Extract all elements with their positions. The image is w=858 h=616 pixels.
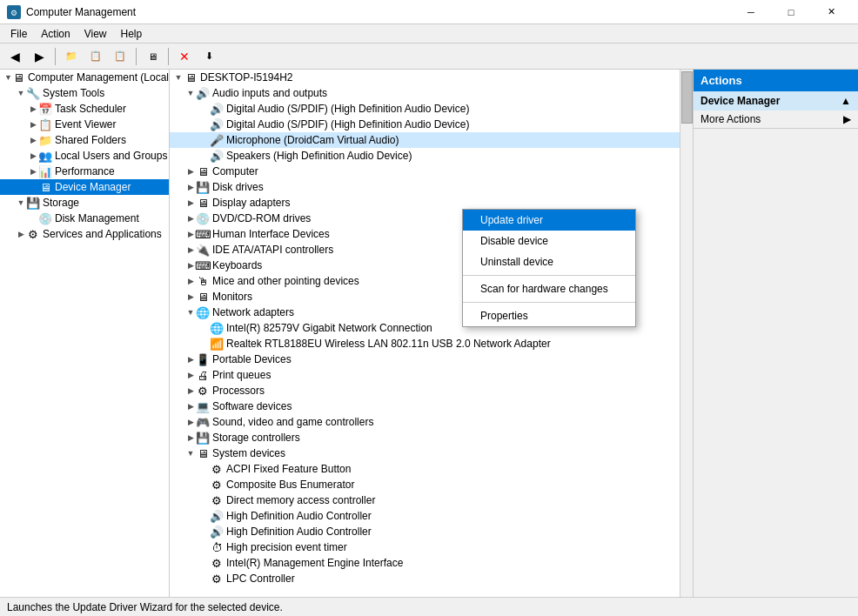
ide-ata-icon: 🔌	[196, 243, 210, 257]
expand-desktop-content: ▼	[173, 73, 184, 82]
monitors-label: Monitors	[212, 291, 252, 303]
human-interface-label: Human Interface Devices	[212, 228, 330, 240]
expand-mice: ▶	[185, 277, 196, 285]
extend-view-button[interactable]: 📋	[109, 46, 131, 67]
back-button[interactable]: ◀	[3, 46, 26, 67]
menu-file[interactable]: File	[3, 26, 34, 42]
content-item-hd-audio-2[interactable]: 🔊 High Definition Audio Controller	[170, 524, 693, 539]
ctx-properties[interactable]: Properties	[463, 305, 635, 326]
expand-system-tools: ▼	[16, 89, 26, 97]
content-item-microphone[interactable]: 🎤 Microphone (DroidCam Virtual Audio)	[170, 132, 693, 148]
actions-section-device-manager-header[interactable]: Device Manager ▲	[694, 91, 858, 110]
status-text: Launches the Update Driver Wizard for th…	[7, 601, 283, 613]
content-item-sound-video[interactable]: ▶ 🎮 Sound, video and game controllers	[170, 414, 693, 430]
tree-item-system-tools[interactable]: ▼ 🔧 System Tools	[0, 85, 169, 101]
actions-panel: Actions Device Manager ▲ More Actions ▶	[693, 70, 858, 597]
network-adapters-icon: 🌐	[196, 305, 210, 319]
expand-system-devices: ▼	[185, 449, 196, 458]
content-item-portable[interactable]: ▶ 📱 Portable Devices	[170, 352, 693, 367]
content-item-speakers[interactable]: 🔊 Speakers (High Definition Audio Device…	[170, 148, 693, 164]
system-devices-label: System devices	[212, 447, 285, 459]
local-users-label: Local Users and Groups	[55, 150, 167, 162]
content-item-computer[interactable]: ▶ 🖥 Computer	[170, 164, 693, 179]
content-item-digital-1[interactable]: 🔊 Digital Audio (S/PDIF) (High Definitio…	[170, 101, 693, 117]
expand-lpc	[199, 574, 210, 583]
content-item-storage-ctrl[interactable]: ▶ 💾 Storage controllers	[170, 430, 693, 445]
hd-audio-2-icon: 🔊	[210, 525, 224, 539]
expand-direct-memory	[199, 496, 210, 505]
expand-acpi	[199, 465, 210, 473]
tree-item-services-apps[interactable]: ▶ ⚙ Services and Applications	[0, 226, 169, 242]
minimize-button[interactable]: ─	[731, 0, 771, 24]
expand-monitors: ▶	[185, 292, 196, 301]
disk-drives-icon: 💾	[196, 180, 210, 194]
expand-task-scheduler: ▶	[28, 104, 38, 113]
content-item-desktop[interactable]: ▼ 🖥 DESKTOP-I5194H2	[170, 70, 693, 85]
maximize-button[interactable]: □	[771, 0, 811, 24]
content-item-intel-me[interactable]: ⚙ Intel(R) Management Engine Interface	[170, 555, 693, 571]
content-item-realtek-net[interactable]: 📶 Realtek RTL8188EU Wireless LAN 802.11n…	[170, 336, 693, 352]
tree-item-event-viewer[interactable]: ▶ 📋 Event Viewer	[0, 117, 169, 132]
expand-ide-ata: ▶	[185, 245, 196, 254]
properties-button[interactable]: 📋	[84, 46, 107, 67]
tree-item-storage[interactable]: ▼ 💾 Storage	[0, 195, 169, 211]
close-button[interactable]: ✕	[811, 0, 851, 24]
ctx-disable-device[interactable]: Disable device	[463, 231, 635, 251]
root-icon: 🖥	[13, 70, 25, 84]
delete-button[interactable]: ✕	[173, 46, 196, 67]
menu-view[interactable]: View	[77, 26, 114, 42]
tree-item-device-manager[interactable]: 🖥 Device Manager	[0, 179, 169, 195]
tree-item-performance[interactable]: ▶ 📊 Performance	[0, 164, 169, 179]
menu-help[interactable]: Help	[114, 26, 150, 42]
tree-item-disk-management[interactable]: 💿 Disk Management	[0, 211, 169, 226]
services-apps-icon: ⚙	[26, 227, 40, 241]
disk-management-label: Disk Management	[55, 212, 139, 224]
actions-section-device-manager: Device Manager ▲ More Actions ▶	[694, 91, 858, 129]
content-item-direct-memory[interactable]: ⚙ Direct memory access controller	[170, 492, 693, 508]
content-scrollbar[interactable]	[680, 70, 693, 597]
expand-software-devices: ▶	[185, 402, 196, 411]
content-item-hd-audio-1[interactable]: 🔊 High Definition Audio Controller	[170, 508, 693, 524]
expand-computer-content: ▶	[185, 167, 196, 176]
export-button[interactable]: ⬇	[198, 46, 220, 67]
content-item-system-devices[interactable]: ▼ 🖥 System devices	[170, 445, 693, 461]
ctx-uninstall-device[interactable]: Uninstall device	[463, 251, 635, 272]
microphone-label: Microphone (DroidCam Virtual Audio)	[226, 134, 399, 146]
content-item-software-devices[interactable]: ▶ 💻 Software devices	[170, 398, 693, 414]
new-window-button[interactable]: 🖥	[141, 46, 164, 67]
content-item-audio[interactable]: ▼ 🔊 Audio inputs and outputs	[170, 85, 693, 101]
content-item-digital-2[interactable]: 🔊 Digital Audio (S/PDIF) (High Definitio…	[170, 117, 693, 132]
digital-2-icon: 🔊	[210, 117, 224, 131]
acpi-label: ACPI Fixed Feature Button	[226, 463, 351, 475]
menu-action[interactable]: Action	[34, 26, 77, 42]
tree-item-shared-folders[interactable]: ▶ 📁 Shared Folders	[0, 132, 169, 148]
forward-button[interactable]: ▶	[28, 46, 50, 67]
content-item-print-queues[interactable]: ▶ 🖨 Print queues	[170, 367, 693, 383]
tree-item-root[interactable]: ▼ 🖥 Computer Management (Local	[0, 70, 169, 85]
actions-section-device-manager-arrow: ▲	[841, 95, 851, 107]
expand-sound-video: ▶	[185, 418, 196, 426]
realtek-net-label: Realtek RTL8188EU Wireless LAN 802.11n U…	[226, 338, 551, 350]
show-scope-button[interactable]: 📁	[60, 46, 83, 67]
disk-management-icon: 💿	[38, 211, 52, 225]
content-item-lpc[interactable]: ⚙ LPC Controller	[170, 571, 693, 586]
print-queues-label: Print queues	[212, 369, 271, 381]
tree-item-local-users[interactable]: ▶ 👥 Local Users and Groups	[0, 148, 169, 164]
content-item-acpi[interactable]: ⚙ ACPI Fixed Feature Button	[170, 461, 693, 477]
content-item-composite-bus[interactable]: ⚙ Composite Bus Enumerator	[170, 477, 693, 492]
actions-header: Actions	[694, 70, 858, 91]
high-precision-label: High precision event timer	[226, 541, 347, 553]
content-item-disk-drives[interactable]: ▶ 💾 Disk drives	[170, 179, 693, 195]
tree-item-task-scheduler[interactable]: ▶ 📅 Task Scheduler	[0, 101, 169, 117]
ctx-update-driver[interactable]: Update driver	[463, 210, 635, 231]
scrollbar-thumb[interactable]	[681, 71, 693, 124]
actions-more-actions[interactable]: More Actions ▶	[694, 110, 858, 128]
content-item-processors[interactable]: ▶ ⚙ Processors	[170, 383, 693, 398]
high-precision-icon: ⏱	[210, 540, 224, 554]
ctx-scan-hardware[interactable]: Scan for hardware changes	[463, 278, 635, 299]
keyboards-label: Keyboards	[212, 259, 262, 271]
ide-ata-label: IDE ATA/ATAPI controllers	[212, 244, 333, 256]
ctx-separator-1	[463, 275, 635, 276]
content-item-high-precision[interactable]: ⏱ High precision event timer	[170, 539, 693, 555]
expand-display: ▶	[185, 198, 196, 207]
